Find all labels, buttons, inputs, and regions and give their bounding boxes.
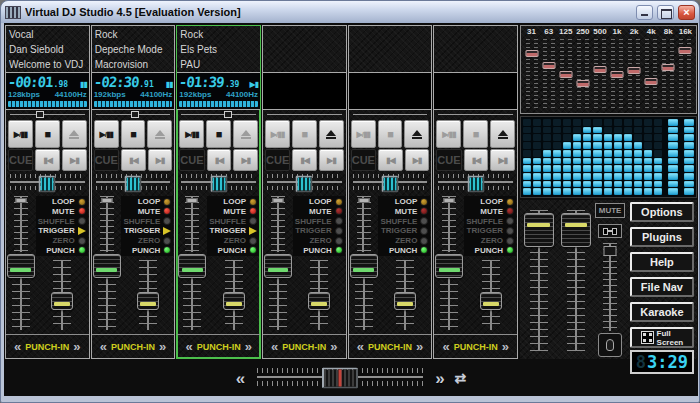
play-pause-button[interactable]: ▶/▮▮: [94, 120, 119, 148]
full-screen-button[interactable]: FullScreen: [630, 327, 694, 348]
play-pause-button[interactable]: ▶/▮▮: [351, 120, 376, 148]
master-left-handle[interactable]: [524, 213, 554, 247]
pitch-range-handle[interactable]: [272, 198, 283, 203]
volume-fader[interactable]: [263, 252, 293, 334]
seek-slider[interactable]: [177, 110, 260, 119]
pitch-range-handle[interactable]: [187, 198, 198, 203]
master-right-handle[interactable]: [561, 213, 591, 247]
eq-handle-31[interactable]: [525, 50, 538, 57]
cue-fader-handle[interactable]: [137, 292, 159, 310]
cue-button[interactable]: CUE: [436, 149, 461, 171]
eq-slider-4k[interactable]: [644, 39, 659, 109]
eq-slider-500[interactable]: [592, 39, 607, 109]
pitch-slider[interactable]: [438, 174, 513, 194]
mute-toggle[interactable]: MUTE: [38, 207, 86, 216]
mute-toggle[interactable]: MUTE: [209, 207, 257, 216]
punch-toggle[interactable]: PUNCH: [123, 246, 171, 255]
karaoke-button[interactable]: Karaoke: [630, 302, 694, 322]
punch-in-button[interactable]: « PUNCH-IN »: [177, 334, 260, 358]
next-track-button[interactable]: ▶▮: [62, 149, 87, 171]
eq-handle-500[interactable]: [593, 66, 606, 73]
loop-toggle[interactable]: LOOP: [466, 197, 514, 206]
pitch-range-handle[interactable]: [444, 198, 455, 203]
next-track-button[interactable]: ▶▮: [319, 149, 344, 171]
eq-slider-125[interactable]: [558, 39, 573, 109]
next-track-button[interactable]: ▶▮: [233, 149, 258, 171]
pitch-handle[interactable]: [39, 176, 56, 193]
pitch-slider[interactable]: [96, 174, 171, 194]
next-track-button[interactable]: ▶▮: [405, 149, 430, 171]
eq-slider-2k[interactable]: [627, 39, 642, 109]
eq-slider-16k[interactable]: [678, 39, 693, 109]
track-info[interactable]: [263, 26, 346, 73]
stop-button[interactable]: ■: [463, 120, 488, 148]
help-button[interactable]: Help: [630, 252, 694, 272]
crossfader-handle[interactable]: [322, 368, 358, 389]
zero-toggle[interactable]: ZERO: [123, 236, 171, 245]
prev-track-button[interactable]: ▮◀: [292, 149, 317, 171]
eq-handle-2k[interactable]: [628, 67, 641, 74]
pitch-range-slider[interactable]: [12, 196, 30, 252]
eq-handle-125[interactable]: [559, 71, 572, 78]
stop-button[interactable]: ■: [121, 120, 146, 148]
shuffle-toggle[interactable]: SHUFFLE: [38, 217, 86, 226]
cue-fader-handle[interactable]: [51, 292, 73, 310]
punch-toggle[interactable]: PUNCH: [38, 246, 86, 255]
pitch-range-slider[interactable]: [183, 196, 201, 252]
track-info[interactable]: Vocal Dan Siebold Welcome to VDJ: [6, 26, 89, 73]
master-mute-button[interactable]: MUTE: [595, 203, 625, 218]
seek-handle[interactable]: [36, 111, 44, 118]
prev-track-button[interactable]: ▮◀: [464, 149, 489, 171]
seek-slider[interactable]: [263, 110, 346, 119]
eq-handle-250[interactable]: [576, 80, 589, 87]
cue-volume-fader[interactable]: [378, 256, 431, 334]
monitor-volume-handle[interactable]: [604, 246, 617, 256]
play-pause-button[interactable]: ▶/▮▮: [179, 120, 204, 148]
seek-slider[interactable]: [349, 110, 432, 119]
eq-slider-63[interactable]: [541, 39, 556, 109]
next-track-button[interactable]: ▶▮: [490, 149, 515, 171]
trigger-toggle[interactable]: TRIGGER: [380, 226, 428, 235]
eject-button[interactable]: [319, 120, 344, 148]
mute-toggle[interactable]: MUTE: [466, 207, 514, 216]
pitch-slider[interactable]: [267, 174, 342, 194]
pitch-range-slider[interactable]: [98, 196, 116, 252]
mute-toggle[interactable]: MUTE: [380, 207, 428, 216]
cue-volume-fader[interactable]: [464, 256, 517, 334]
punch-in-button[interactable]: « PUNCH-IN »: [6, 334, 89, 358]
volume-fader-handle[interactable]: [178, 254, 206, 278]
zero-toggle[interactable]: ZERO: [38, 236, 86, 245]
eject-button[interactable]: [233, 120, 258, 148]
prev-track-button[interactable]: ▮◀: [121, 149, 146, 171]
volume-fader-handle[interactable]: [264, 254, 292, 278]
master-fader-left[interactable]: [520, 206, 557, 355]
pitch-range-handle[interactable]: [358, 198, 369, 203]
master-fader-right[interactable]: [557, 206, 594, 355]
seek-handle[interactable]: [131, 111, 139, 118]
eq-handle-8k[interactable]: [662, 64, 675, 71]
seek-slider[interactable]: [434, 110, 517, 119]
cue-button[interactable]: CUE: [265, 149, 290, 171]
eject-button[interactable]: [404, 120, 429, 148]
volume-fader-handle[interactable]: [7, 254, 35, 278]
eject-button[interactable]: [62, 120, 87, 148]
pitch-range-handle[interactable]: [101, 198, 112, 203]
punch-in-button[interactable]: « PUNCH-IN »: [263, 334, 346, 358]
eject-button[interactable]: [147, 120, 172, 148]
eq-slider-250[interactable]: [575, 39, 590, 109]
punch-toggle[interactable]: PUNCH: [295, 246, 343, 255]
stop-button[interactable]: ■: [206, 120, 231, 148]
pitch-handle[interactable]: [210, 176, 227, 193]
prev-track-button[interactable]: ▮◀: [378, 149, 403, 171]
mute-toggle[interactable]: MUTE: [123, 207, 171, 216]
track-info[interactable]: Rock Els Pets PAU: [177, 26, 260, 73]
play-pause-button[interactable]: ▶/▮▮: [265, 120, 290, 148]
volume-fader-handle[interactable]: [435, 254, 463, 278]
eq-handle-63[interactable]: [542, 62, 555, 69]
stop-button[interactable]: ■: [35, 120, 60, 148]
cue-fader-handle[interactable]: [394, 292, 416, 310]
punch-toggle[interactable]: PUNCH: [209, 246, 257, 255]
loop-toggle[interactable]: LOOP: [295, 197, 343, 206]
options-button[interactable]: Options: [630, 202, 694, 222]
maximize-button[interactable]: [657, 5, 674, 20]
